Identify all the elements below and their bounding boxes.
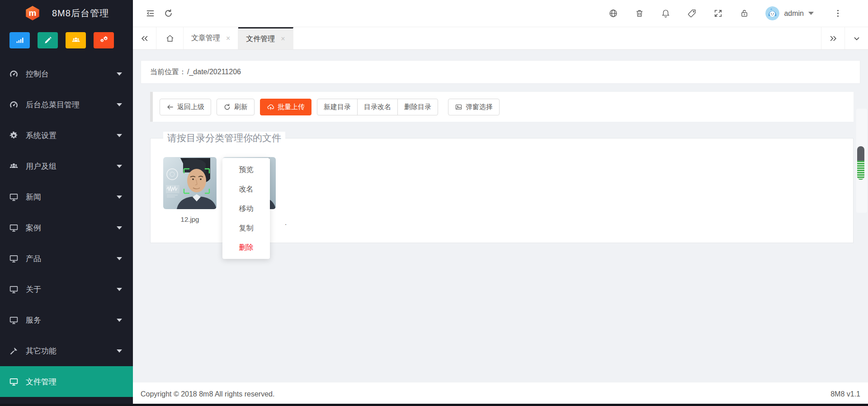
chevron-down-icon xyxy=(117,196,122,199)
tab-close-icon[interactable]: × xyxy=(226,35,230,42)
menu-item-copy[interactable]: 复制 xyxy=(222,218,270,238)
sidebar-item-backend-menu[interactable]: 后台总菜目管理 xyxy=(0,89,133,120)
sidebar-item-other-functions[interactable]: 其它功能 xyxy=(0,335,133,366)
shortcut-statistics-button[interactable] xyxy=(9,32,30,48)
lock-screen-button[interactable] xyxy=(736,5,753,23)
sidebar-item-label: 控制台 xyxy=(26,69,49,79)
window-bottom-edge xyxy=(0,404,868,406)
rename-directory-button[interactable]: 目录改名 xyxy=(357,99,398,115)
sidebar-item-news[interactable]: 新闻 xyxy=(0,182,133,212)
avatar xyxy=(765,6,779,20)
sidebar-item-label: 产品 xyxy=(26,253,41,264)
lock-icon xyxy=(740,9,749,18)
sidebar-collapse-button[interactable] xyxy=(141,5,159,23)
menu-fold-icon xyxy=(146,9,155,18)
tab-file-management[interactable]: 文件管理 × xyxy=(238,27,293,49)
sidebar-item-system-settings[interactable]: 系统设置 xyxy=(0,120,133,151)
chevron-down-icon xyxy=(117,349,122,353)
home-icon xyxy=(165,34,175,43)
chevron-down-icon xyxy=(117,257,122,260)
sidebar-item-users-groups[interactable]: 用户及组 xyxy=(0,151,133,182)
new-directory-button[interactable]: 新建目录 xyxy=(317,99,358,115)
monitor-icon xyxy=(9,254,19,263)
chevron-down-icon xyxy=(117,72,122,76)
user-group-icon xyxy=(71,36,80,45)
tags-button[interactable] xyxy=(683,5,700,23)
sidebar-item-about[interactable]: 关于 xyxy=(0,274,133,305)
breadcrumb-path: /_date/20211206 xyxy=(187,68,241,76)
chevron-down-icon xyxy=(117,319,122,322)
breadcrumb: 当前位置： /_date/20211206 xyxy=(141,60,860,84)
notifications-button[interactable] xyxy=(657,5,674,23)
double-chevron-right-icon xyxy=(829,34,838,43)
delete-directory-button[interactable]: 删除目录 xyxy=(397,99,438,115)
tabs-scroll-left-button[interactable] xyxy=(133,27,156,49)
monitor-icon xyxy=(9,315,19,325)
sidebar-item-file-management[interactable]: 文件管理 xyxy=(0,366,133,397)
clear-cache-button[interactable] xyxy=(631,5,648,23)
bar-chart-icon xyxy=(15,36,24,45)
menu-item-preview[interactable]: 预览 xyxy=(222,160,270,179)
trash-icon xyxy=(635,9,644,18)
gear-icon xyxy=(9,131,19,140)
menu-item-delete[interactable]: 删除 xyxy=(222,238,270,257)
chevron-down-icon xyxy=(117,165,122,168)
more-menu-button[interactable] xyxy=(829,5,846,23)
monitor-icon xyxy=(9,377,19,387)
chevron-down-icon xyxy=(852,34,861,43)
gauge-icon xyxy=(9,100,19,110)
popup-select-button[interactable]: 弹窗选择 xyxy=(448,99,500,115)
sidebar-item-label: 关于 xyxy=(26,284,41,295)
language-button[interactable] xyxy=(604,5,622,23)
shortcut-users-button[interactable] xyxy=(66,32,86,48)
refresh-icon xyxy=(223,103,231,111)
menu-item-rename[interactable]: 改名 xyxy=(222,179,270,199)
tab-article-management[interactable]: 文章管理 × xyxy=(184,27,238,49)
tag-icon xyxy=(687,9,697,18)
gauge-icon xyxy=(9,69,19,79)
back-button[interactable]: 返回上级 xyxy=(160,99,211,115)
chevron-down-icon xyxy=(117,226,122,229)
file-name: 12.jpg xyxy=(163,215,217,223)
shortcut-settings-button[interactable] xyxy=(94,32,114,48)
file-item[interactable]: 12.jpg xyxy=(163,157,217,223)
fullscreen-button[interactable] xyxy=(709,5,726,23)
home-tab-button[interactable] xyxy=(156,27,184,49)
file-thumbnail[interactable] xyxy=(163,157,217,209)
chevron-down-icon xyxy=(117,134,122,137)
delete-directory-label: 删除目录 xyxy=(404,103,431,111)
sidebar-item-cases[interactable]: 案例 xyxy=(0,212,133,243)
arrow-left-icon xyxy=(166,103,174,111)
sidebar-item-label: 服务 xyxy=(26,315,41,325)
chevron-down-icon xyxy=(117,103,122,106)
tab-label: 文件管理 xyxy=(246,34,275,44)
page-refresh-button[interactable] xyxy=(159,5,177,23)
refresh-list-button[interactable]: 刷新 xyxy=(217,99,255,115)
more-vertical-icon xyxy=(833,9,843,18)
rename-directory-label: 目录改名 xyxy=(364,103,391,111)
tabs-scroll-right-button[interactable] xyxy=(821,27,844,49)
app-title: 8M8后台管理 xyxy=(52,7,109,19)
refresh-icon xyxy=(164,9,173,18)
bell-icon xyxy=(661,9,670,18)
batch-upload-button[interactable]: 批量上传 xyxy=(260,99,311,115)
scrollbar-thumb[interactable] xyxy=(857,146,864,180)
sidebar-item-console[interactable]: 控制台 xyxy=(0,58,133,89)
top-header: admin xyxy=(133,0,868,27)
tab-close-icon[interactable]: × xyxy=(281,35,285,43)
sidebar-item-services[interactable]: 服务 xyxy=(0,305,133,335)
files-panel-legend: 请按目录分类管理你的文件 xyxy=(163,132,285,144)
tabs-menu-button[interactable] xyxy=(844,27,868,49)
directory-button-group: 新建目录 目录改名 删除目录 xyxy=(317,99,438,115)
scrollbar-thumb-stripes xyxy=(857,161,864,180)
monitor-icon xyxy=(9,223,19,233)
batch-upload-label: 批量上传 xyxy=(278,103,305,111)
menu-item-move[interactable]: 移动 xyxy=(222,199,270,218)
logo-row: m 8M8后台管理 xyxy=(0,0,133,26)
shortcut-edit-button[interactable] xyxy=(38,32,58,48)
popup-select-label: 弹窗选择 xyxy=(466,103,493,111)
hammer-icon xyxy=(9,346,19,356)
user-name: admin xyxy=(784,10,804,18)
sidebar-item-products[interactable]: 产品 xyxy=(0,243,133,274)
user-menu[interactable]: admin xyxy=(765,6,814,20)
